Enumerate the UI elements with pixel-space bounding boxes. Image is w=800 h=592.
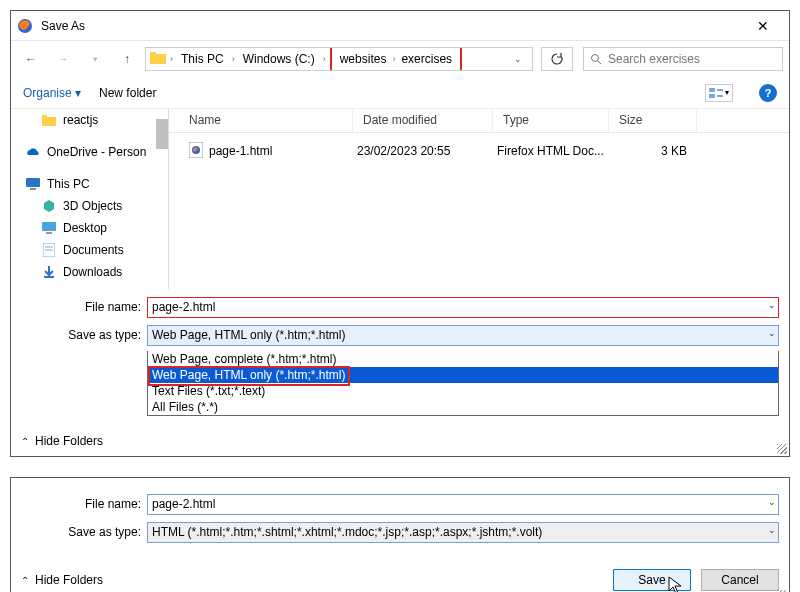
explorer-body: reactjs OneDrive - Person This PC 3D Obj… [11, 109, 789, 289]
svg-rect-13 [42, 222, 56, 231]
close-button[interactable]: ✕ [743, 18, 783, 34]
pc-icon [25, 176, 41, 192]
scrollbar-thumb[interactable] [156, 119, 168, 149]
col-name[interactable]: Name [169, 109, 353, 132]
desktop-icon [41, 220, 57, 236]
chevron-right-icon: › [168, 54, 175, 64]
form-area: File name: ⌄ Save as type: Web Page, HTM… [11, 289, 789, 426]
chevron-down-icon[interactable]: ⌄ [768, 525, 776, 535]
bottom-bar: ⌃ Hide Folders [11, 426, 789, 456]
save-button[interactable]: Save [613, 569, 691, 591]
col-modified[interactable]: Date modified [353, 109, 493, 132]
opt-htmlonly[interactable]: Web Page, HTML only (*.htm;*.html) [148, 367, 778, 383]
cursor-icon [668, 576, 684, 592]
new-folder-button[interactable]: New folder [99, 86, 156, 100]
highlighted-path: websites › exercises [330, 47, 462, 71]
filename-field[interactable] [148, 298, 758, 317]
chevron-right-icon: › [321, 54, 328, 64]
filename-input[interactable]: ⌄ [147, 494, 779, 515]
svg-rect-12 [30, 188, 36, 190]
chevron-right-icon: › [390, 54, 397, 64]
svg-rect-2 [150, 52, 156, 56]
opt-text[interactable]: Text Files (*.txt;*.text) [148, 383, 778, 399]
filename-label: File name: [21, 300, 147, 314]
svg-rect-10 [42, 115, 47, 118]
hide-folders-toggle[interactable]: ⌃ Hide Folders [21, 434, 103, 448]
opt-all[interactable]: All Files (*.*) [148, 399, 778, 415]
bottom-bar: ⌃ Hide Folders Save Cancel [11, 558, 789, 592]
tree-downloads[interactable]: Downloads [11, 261, 168, 283]
up-button[interactable]: ↑ [113, 47, 141, 71]
saveas-dropdown[interactable]: Web Page, complete (*.htm;*.html) Web Pa… [147, 351, 779, 416]
tree-reactjs[interactable]: reactjs [11, 109, 168, 131]
crumb-drive[interactable]: Windows (C:) [239, 48, 319, 70]
col-size[interactable]: Size [609, 109, 697, 132]
resize-grip[interactable] [777, 444, 787, 454]
chevron-down-icon[interactable]: ⌄ [768, 497, 776, 507]
hide-folders-toggle[interactable]: ⌃ Hide Folders [21, 573, 103, 587]
svg-point-3 [592, 55, 599, 62]
saveas-label: Save as type: [21, 525, 147, 539]
search-icon [590, 53, 602, 65]
tree-onedrive[interactable]: OneDrive - Person [11, 141, 168, 163]
folder-tree[interactable]: reactjs OneDrive - Person This PC 3D Obj… [11, 109, 169, 289]
folder-icon [150, 52, 166, 67]
view-options[interactable]: ▾ [705, 84, 733, 102]
svg-rect-9 [42, 117, 56, 126]
file-size: 3 KB [609, 144, 697, 158]
saveas-combo[interactable]: HTML (*.html;*.htm;*.shtml;*.xhtml;*.mdo… [147, 522, 779, 543]
cancel-button[interactable]: Cancel [701, 569, 779, 591]
tree-3dobjects[interactable]: 3D Objects [11, 195, 168, 217]
opt-complete[interactable]: Web Page, complete (*.htm;*.html) [148, 351, 778, 367]
back-button[interactable]: ← [17, 47, 45, 71]
saveas-combo[interactable]: Web Page, HTML only (*.htm;*.html) ⌄ [147, 325, 779, 346]
onedrive-icon [25, 144, 41, 160]
chevron-up-icon: ⌃ [21, 575, 29, 586]
svg-rect-6 [709, 94, 715, 98]
list-header[interactable]: Name Date modified Type Size [169, 109, 789, 133]
path-dropdown[interactable]: ⌄ [508, 54, 528, 64]
file-modified: 23/02/2023 20:55 [353, 144, 493, 158]
tree-desktop[interactable]: Desktop [11, 217, 168, 239]
svg-rect-7 [717, 89, 723, 91]
html-file-icon [189, 142, 203, 161]
saveas-value: Web Page, HTML only (*.htm;*.html) [148, 328, 349, 342]
col-type[interactable]: Type [493, 109, 609, 132]
crumb-websites[interactable]: websites [336, 48, 391, 70]
filename-label: File name: [21, 497, 147, 511]
folder-icon [41, 112, 57, 128]
svg-line-4 [598, 61, 601, 64]
nav-row: ← → ▾ ↑ › This PC › Windows (C:) › websi… [11, 41, 789, 77]
downloads-icon [41, 264, 57, 280]
organise-menu[interactable]: Organise ▾ [23, 86, 81, 100]
toolbar: Organise ▾ New folder ▾ ? [11, 77, 789, 109]
search-placeholder: Search exercises [608, 52, 700, 66]
refresh-button[interactable] [541, 47, 573, 71]
svg-rect-11 [26, 178, 40, 187]
recent-dropdown[interactable]: ▾ [81, 47, 109, 71]
crumb-exercises[interactable]: exercises [397, 48, 456, 70]
filename-input[interactable]: ⌄ [147, 297, 779, 318]
svg-rect-14 [46, 232, 52, 234]
forward-button[interactable]: → [49, 47, 77, 71]
saveas-value: HTML (*.html;*.htm;*.shtml;*.xhtml;*.mdo… [148, 525, 546, 539]
tree-documents[interactable]: Documents [11, 239, 168, 261]
saveas-label: Save as type: [21, 328, 147, 342]
file-list[interactable]: Name Date modified Type Size page-1.html… [169, 109, 789, 289]
tree-thispc[interactable]: This PC [11, 173, 168, 195]
svg-rect-5 [709, 88, 715, 92]
search-input[interactable]: Search exercises [583, 47, 783, 71]
chevron-down-icon[interactable]: ⌄ [768, 300, 776, 310]
3d-icon [41, 198, 57, 214]
dialog-title: Save As [41, 19, 743, 33]
firefox-icon [17, 18, 33, 34]
file-row[interactable]: page-1.html 23/02/2023 20:55 Firefox HTM… [169, 133, 789, 169]
file-type: Firefox HTML Doc... [493, 144, 609, 158]
filename-field[interactable] [148, 495, 758, 514]
form-area: File name: ⌄ Save as type: HTML (*.html;… [11, 486, 789, 558]
breadcrumb[interactable]: › This PC › Windows (C:) › websites › ex… [145, 47, 533, 71]
chevron-down-icon[interactable]: ⌄ [768, 328, 776, 338]
crumb-thispc[interactable]: This PC [177, 48, 228, 70]
save-as-dialog-2: File name: ⌄ Save as type: HTML (*.html;… [10, 477, 790, 592]
help-button[interactable]: ? [759, 84, 777, 102]
